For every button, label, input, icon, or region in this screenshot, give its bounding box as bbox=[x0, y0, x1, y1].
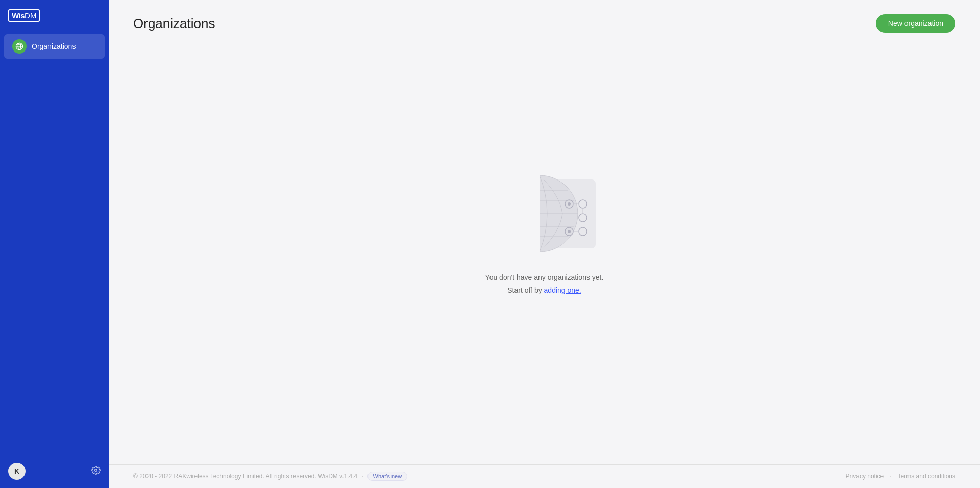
main-header: Organizations New organization bbox=[109, 0, 980, 43]
footer: © 2020 - 2022 RAKwireless Technology Lim… bbox=[109, 464, 980, 488]
sidebar-bottom: K bbox=[0, 454, 109, 488]
footer-terms-separator: · bbox=[890, 473, 891, 480]
sidebar-item-label: Organizations bbox=[32, 42, 76, 50]
empty-state-description: You don't have any organizations yet. St… bbox=[485, 271, 604, 297]
privacy-notice-link[interactable]: Privacy notice bbox=[846, 473, 884, 480]
sidebar-divider bbox=[8, 68, 101, 68]
logo-wis: Wis bbox=[12, 11, 24, 20]
sidebar-nav: Organizations bbox=[0, 29, 109, 64]
empty-state-line1: You don't have any organizations yet. bbox=[485, 271, 604, 284]
footer-left: © 2020 - 2022 RAKwireless Technology Lim… bbox=[133, 472, 407, 481]
sidebar-item-organizations[interactable]: Organizations bbox=[4, 34, 105, 59]
footer-right: Privacy notice · Terms and conditions bbox=[846, 473, 955, 480]
avatar[interactable]: K bbox=[8, 463, 26, 480]
globe-icon bbox=[12, 39, 27, 54]
main-content: Organizations New organization bbox=[109, 0, 980, 488]
adding-one-link[interactable]: adding one. bbox=[544, 286, 581, 294]
footer-dot-separator: · bbox=[361, 473, 363, 480]
svg-rect-14 bbox=[488, 169, 540, 256]
whats-new-badge[interactable]: What's new bbox=[368, 472, 408, 481]
page-title: Organizations bbox=[133, 16, 215, 32]
empty-state: You don't have any organizations yet. St… bbox=[109, 43, 980, 464]
empty-state-line2: Start off by adding one. bbox=[485, 284, 604, 297]
copyright-text: © 2020 - 2022 RAKwireless Technology Lim… bbox=[133, 473, 357, 480]
terms-conditions-link[interactable]: Terms and conditions bbox=[898, 473, 955, 480]
svg-point-5 bbox=[95, 469, 97, 471]
svg-point-20 bbox=[568, 230, 571, 233]
logo-container: Wis DM bbox=[0, 0, 109, 29]
sidebar: Wis DM Organizations K bbox=[0, 0, 109, 488]
logo-box: Wis DM bbox=[8, 9, 40, 22]
new-organization-button[interactable]: New organization bbox=[876, 14, 955, 33]
svg-point-16 bbox=[568, 202, 571, 206]
empty-state-prefix: Start off by bbox=[507, 286, 544, 294]
logo-dm: DM bbox=[24, 11, 36, 20]
empty-illustration bbox=[488, 169, 601, 256]
gear-icon[interactable] bbox=[91, 466, 101, 477]
